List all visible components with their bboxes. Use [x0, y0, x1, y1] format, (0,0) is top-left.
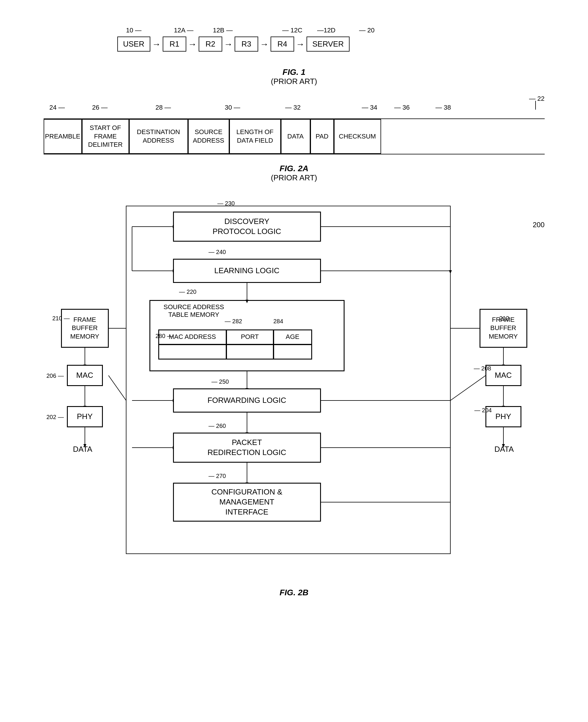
data-left-label: DATA	[73, 445, 92, 454]
ref-204: — 204	[475, 407, 492, 414]
page: 10 10 — 10 — 12A — 12B — — 12C —12D — 20	[0, 0, 588, 722]
forwarding-logic-box: FORWARDING LOGIC	[173, 389, 321, 412]
ref-230: — 230	[217, 200, 235, 207]
ref-212: 212	[471, 315, 509, 322]
ref-280: 280 —	[155, 333, 173, 339]
fig2a-section: — 22 24 — 26 — 28 — 30 — — 32 — 34 — 36 …	[24, 98, 564, 183]
ref-30: 30 —	[225, 104, 240, 111]
cell-pad: PAD	[310, 119, 334, 154]
cell-sfd: START OFFRAMEDELIMITER	[82, 119, 129, 154]
cell-preamble: PREAMBLE	[44, 119, 82, 154]
cell-length: LENGTH OFDATA FIELD	[229, 119, 281, 154]
mac-left-box: MAC	[67, 365, 103, 386]
ref-26: 26 —	[92, 104, 108, 111]
ref-260: — 260	[209, 423, 226, 429]
fig1-caption: FIG. 1	[271, 67, 317, 77]
ref-38: — 38	[436, 104, 451, 111]
fig1-section: 10 10 — 10 — 12A — 12B — — 12C —12D — 20	[24, 24, 564, 86]
cell-data: DATA	[281, 119, 310, 154]
ref-208: — 208	[474, 365, 491, 372]
fig2b-section: DISCOVERYPROTOCOL LOGIC — 230 LEARNING L…	[24, 197, 564, 597]
fig1-r4: R4	[271, 37, 294, 51]
sat-label: SOURCE ADDRESSTABLE MEMORY	[155, 303, 232, 319]
port-header: PORT	[226, 330, 274, 344]
age-header: AGE	[274, 330, 312, 344]
fig2a-caption: FIG. 2A	[271, 164, 317, 173]
ref-240: — 240	[209, 249, 226, 255]
fig2b-diagram: DISCOVERYPROTOCOL LOGIC — 230 LEARNING L…	[44, 197, 545, 580]
fig1-sub: (PRIOR ART)	[271, 77, 317, 86]
ref-28: 28 —	[155, 104, 171, 111]
mac-address-row	[159, 344, 226, 359]
svg-line-28	[450, 376, 486, 401]
ref-270: — 270	[209, 473, 226, 480]
cell-src: SOURCEADDRESS	[188, 119, 229, 154]
ref-282: — 282	[225, 318, 242, 325]
svg-line-26	[108, 376, 126, 401]
ref-24: 24 —	[49, 104, 65, 111]
frame-row: PREAMBLE START OFFRAMEDELIMITER DESTINAT…	[44, 119, 545, 154]
ref-202: 202 —	[46, 414, 64, 421]
ref-250: — 250	[212, 378, 229, 385]
discovery-protocol-box: DISCOVERYPROTOCOL LOGIC	[173, 212, 321, 241]
ref-200: 200	[532, 221, 544, 229]
ref-206: 206 —	[46, 373, 64, 379]
config-mgmt-box: CONFIGURATION &MANAGEMENTINTERFACE	[173, 483, 321, 521]
learning-logic-box: LEARNING LOGIC	[173, 259, 321, 283]
ref-34: — 34	[362, 104, 378, 111]
port-row	[226, 344, 274, 359]
cell-dest: DESTINATIONADDRESS	[129, 119, 188, 154]
svg-marker-36	[449, 270, 452, 274]
ref-284: 284	[274, 318, 283, 325]
ref-32: — 32	[285, 104, 301, 111]
fig1-server: SERVER	[307, 37, 350, 51]
fig2a-sub: (PRIOR ART)	[271, 173, 317, 183]
fig2b-caption: FIG. 2B	[279, 588, 308, 597]
fig1-user: USER	[117, 37, 150, 51]
data-right-label: DATA	[495, 445, 514, 454]
phy-left-box: PHY	[67, 406, 103, 427]
ref-36: — 36	[394, 104, 410, 111]
ref-22: — 22	[529, 95, 545, 103]
fig1-r3: R3	[235, 37, 258, 51]
packet-redirection-box: PACKETREDIRECTION LOGIC	[173, 433, 321, 462]
ref-220: — 220	[179, 289, 196, 295]
cell-checksum: CHECKSUM	[334, 119, 381, 154]
fig1-r1: R1	[163, 37, 186, 51]
fig1-r2: R2	[198, 37, 222, 51]
age-row	[274, 344, 312, 359]
ref-210: 210 —	[52, 315, 70, 322]
